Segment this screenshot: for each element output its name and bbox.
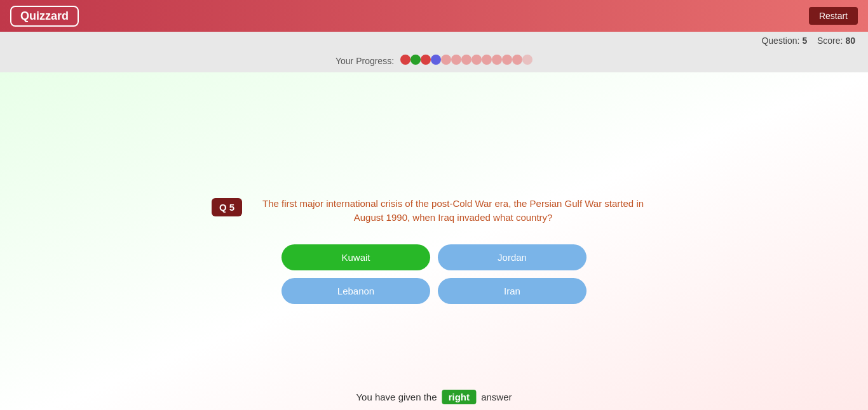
progress-label: Your Progress:: [336, 56, 394, 66]
progress-dots: [400, 55, 532, 67]
stats-bar: Question: 5 Score: 80: [0, 32, 868, 50]
progress-dot-12: [512, 55, 522, 65]
answer-button-4[interactable]: Iran: [438, 278, 587, 304]
progress-dot-10: [492, 55, 502, 65]
answer-button-2[interactable]: Jordan: [438, 244, 587, 270]
feedback-after: answer: [481, 392, 512, 402]
progress-dot-4: [431, 55, 441, 65]
feedback-before: You have given the: [356, 392, 437, 402]
question-card: Q 5 The first major international crisis…: [212, 197, 656, 225]
restart-button[interactable]: Restart: [809, 7, 858, 25]
progress-dot-6: [451, 55, 461, 65]
progress-dot-9: [482, 55, 492, 65]
question-label: Question:: [761, 36, 799, 46]
app-header: Quizzard Restart: [0, 0, 868, 32]
progress-dot-5: [441, 55, 451, 65]
score-value: 80: [845, 36, 855, 46]
question-number: 5: [802, 36, 807, 46]
progress-dot-8: [471, 55, 482, 65]
answer-button-1[interactable]: Kuwait: [281, 244, 430, 270]
main-content: Q 5 The first major international crisis…: [0, 72, 868, 410]
progress-dot-3: [421, 55, 431, 65]
app-logo: Quizzard: [10, 6, 79, 27]
question-text: The first major international crisis of …: [250, 197, 656, 225]
progress-dot-13: [522, 55, 532, 65]
feedback-badge: right: [442, 390, 476, 404]
answer-button-3[interactable]: Lebanon: [281, 278, 430, 304]
progress-dot-2: [410, 55, 421, 65]
score-label: Score:: [817, 36, 843, 46]
progress-dot-11: [502, 55, 512, 65]
feedback-message: You have given the right answer: [356, 392, 512, 402]
question-badge: Q 5: [212, 198, 242, 216]
answers-grid: KuwaitJordanLebanonIran: [281, 244, 587, 304]
progress-dot-1: [400, 55, 410, 65]
progress-dot-7: [461, 55, 471, 65]
progress-bar: Your Progress:: [0, 50, 868, 72]
